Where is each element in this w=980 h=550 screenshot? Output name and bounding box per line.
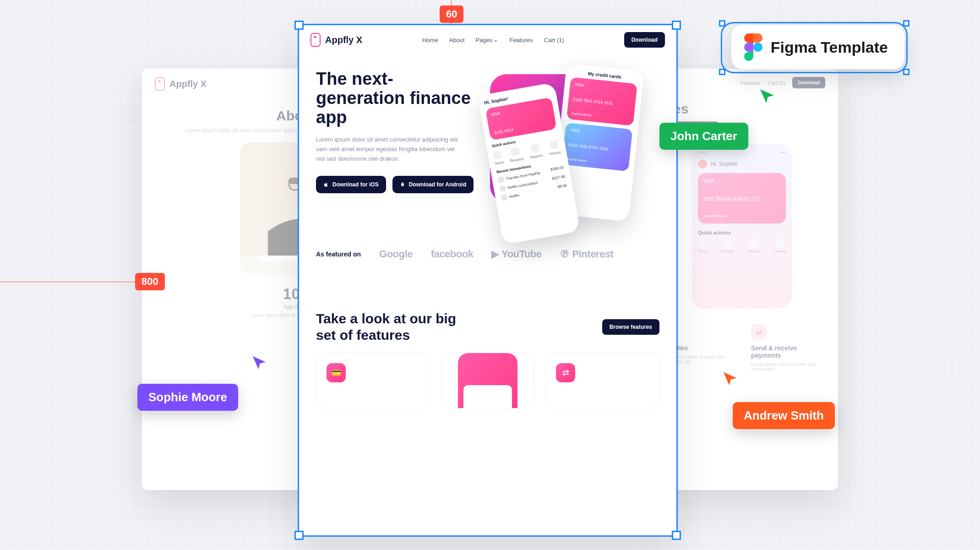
visa-number: 1051 7842 6524 0526 1721 bbox=[703, 196, 780, 201]
features-title: Take a look at our big set of features bbox=[316, 310, 472, 343]
qa-icon bbox=[549, 141, 559, 150]
featured-label: As featured on bbox=[316, 250, 361, 258]
visa-name2: Sophie Moore bbox=[567, 157, 625, 166]
brand-logo-icon bbox=[155, 77, 165, 91]
qa-reports: Reports bbox=[748, 249, 761, 253]
visa-number: 5163 7841 6724 1531 bbox=[573, 97, 631, 107]
brand-logo-icon bbox=[310, 33, 321, 47]
visa-label2: VISA bbox=[570, 128, 627, 138]
nav-pages[interactable]: Pages⌄ bbox=[476, 37, 499, 44]
nav-links: Home About Pages⌄ Features Cart (1) bbox=[422, 37, 564, 44]
phone-hello: Hi, Sophie! bbox=[711, 161, 738, 167]
cta-android[interactable]: Download for Android bbox=[392, 176, 474, 193]
featured-row: As featured on Google facebook YouTube P… bbox=[298, 225, 678, 283]
figma-tag-label: Figma Template bbox=[771, 38, 888, 56]
cta-ios-label: Download for iOS bbox=[332, 181, 379, 188]
wallet-icon: 💳 bbox=[327, 363, 346, 382]
brand-text: Appfly X bbox=[169, 79, 207, 89]
visa-mini-num: 5131 6414 bbox=[494, 120, 551, 135]
visa-number2: 5163 7841 6724 1531 bbox=[568, 142, 626, 153]
visa-card: VISA 1051 7842 6524 0526 1721 Sophie Moo… bbox=[698, 173, 786, 223]
qa-history: History bbox=[549, 150, 561, 156]
collab-tag-andrew[interactable]: Andrew Smith bbox=[733, 402, 835, 429]
qa-request: Request bbox=[510, 157, 524, 163]
collab-tag-sophie[interactable]: Sophie Moore bbox=[137, 384, 238, 411]
qa-request: Request bbox=[720, 249, 734, 253]
qa-icon bbox=[530, 144, 540, 153]
ruler-badge-top: 60 bbox=[440, 5, 463, 23]
hero-illustration: My credit cards VISA 5163 7841 6724 1531… bbox=[490, 70, 659, 225]
cta-ios[interactable]: Download for iOS bbox=[316, 176, 386, 193]
hero: The next-generation finance app Lorem ip… bbox=[298, 56, 678, 225]
qa-send: Send bbox=[698, 249, 707, 253]
figma-logo-icon bbox=[744, 33, 762, 61]
feature-payments: ⇄ Send & receive payments Lorem ipsum do… bbox=[751, 324, 824, 372]
qa-reports-icon[interactable] bbox=[750, 239, 758, 247]
cursor-sophie-icon bbox=[250, 354, 268, 371]
cta-android-label: Download for Android bbox=[409, 181, 467, 188]
apple-icon bbox=[323, 182, 329, 187]
brand-text: Appfly X bbox=[325, 35, 362, 45]
nav-features[interactable]: Features bbox=[509, 37, 533, 44]
brand[interactable]: Appfly X bbox=[310, 33, 362, 47]
logo-google: Google bbox=[379, 248, 413, 260]
nav-about[interactable]: About bbox=[449, 37, 465, 44]
nav-features[interactable]: Features bbox=[741, 80, 761, 86]
chevron-down-icon: ⌄ bbox=[493, 36, 498, 43]
feature-payments-title: Send & receive payments bbox=[751, 344, 824, 359]
download-button[interactable]: Download bbox=[624, 32, 665, 48]
qa-icon bbox=[511, 147, 520, 157]
logo-youtube: YouTube bbox=[491, 248, 541, 260]
nav-cart[interactable]: Cart (1) bbox=[768, 80, 785, 86]
feature-card-transfer[interactable]: ⇄ bbox=[545, 353, 659, 408]
features-header: Take a look at our big set of features B… bbox=[298, 310, 678, 353]
qa-send-icon[interactable] bbox=[698, 239, 706, 247]
feature-card-phone[interactable] bbox=[441, 353, 535, 408]
visa-name: Sophie Moore bbox=[703, 214, 780, 218]
nav-home[interactable]: Home bbox=[422, 37, 438, 44]
qa-history-icon[interactable] bbox=[776, 239, 784, 247]
figma-canvas[interactable]: 60 800 Appfly X Home About About o Lorem… bbox=[0, 0, 980, 550]
transfer-icon: ⇄ bbox=[556, 363, 575, 382]
logo-pinterest: Pinterest bbox=[560, 248, 613, 260]
logo-facebook: facebook bbox=[431, 248, 474, 260]
qa-reports: Reports bbox=[530, 153, 543, 159]
hero-lead: Lorem ipsum dolor sit amet consectetur a… bbox=[316, 135, 463, 163]
feature-card-wallet[interactable]: 💳 bbox=[316, 353, 430, 408]
phone-mock-right: 9:40••• Hi, Sophie! VISA 1051 7842 6524 … bbox=[691, 144, 792, 309]
qa-send: Send bbox=[495, 160, 504, 166]
visa-card-blue: VISA 5163 7841 6724 1531 Sophie Moore bbox=[562, 123, 633, 172]
phone-status-icons: ••• bbox=[782, 150, 786, 155]
collab-tag-john[interactable]: John Carter bbox=[659, 123, 748, 150]
android-icon bbox=[400, 182, 405, 187]
phone-time: 9:40 bbox=[698, 150, 706, 155]
qa-history: History bbox=[774, 249, 786, 253]
cursor-john-icon bbox=[758, 87, 776, 105]
browse-features-button[interactable]: Browse features bbox=[602, 319, 659, 335]
brand[interactable]: Appfly X bbox=[155, 77, 207, 91]
feature-cards: 💳 ⇄ bbox=[298, 353, 678, 408]
hero-title: The next-generation finance app bbox=[316, 70, 481, 127]
visa-name: Sophie Moore bbox=[572, 112, 629, 121]
phone-mini-icon bbox=[458, 353, 517, 408]
site-nav: Appfly X Home About Pages⌄ Features Cart… bbox=[298, 24, 678, 56]
visa-label: VISA bbox=[703, 179, 780, 184]
download-button[interactable]: Download bbox=[792, 77, 825, 88]
figma-template-tag[interactable]: Figma Template bbox=[731, 25, 904, 69]
feature-payments-desc: Lorem ipsum dolor sit amet only consecte… bbox=[751, 362, 824, 372]
ruler-badge-left: 800 bbox=[135, 273, 165, 290]
quick-actions-label: Quick actions bbox=[698, 230, 786, 235]
payments-icon: ⇄ bbox=[751, 324, 767, 340]
features-heading-fragment: ures bbox=[659, 101, 824, 117]
avatar bbox=[698, 159, 707, 169]
nav-cart[interactable]: Cart (1) bbox=[544, 37, 564, 44]
cursor-andrew-icon bbox=[721, 370, 739, 387]
frame-home-selected[interactable]: Appfly X Home About Pages⌄ Features Cart… bbox=[298, 24, 678, 537]
qa-icon bbox=[493, 150, 503, 160]
visa-mini-label: VISA bbox=[490, 103, 548, 117]
visa-label: VISA bbox=[574, 82, 632, 93]
qa-request-icon[interactable] bbox=[723, 239, 731, 247]
visa-card-pink: VISA 5163 7841 6724 1531 Sophie Moore bbox=[566, 77, 637, 126]
